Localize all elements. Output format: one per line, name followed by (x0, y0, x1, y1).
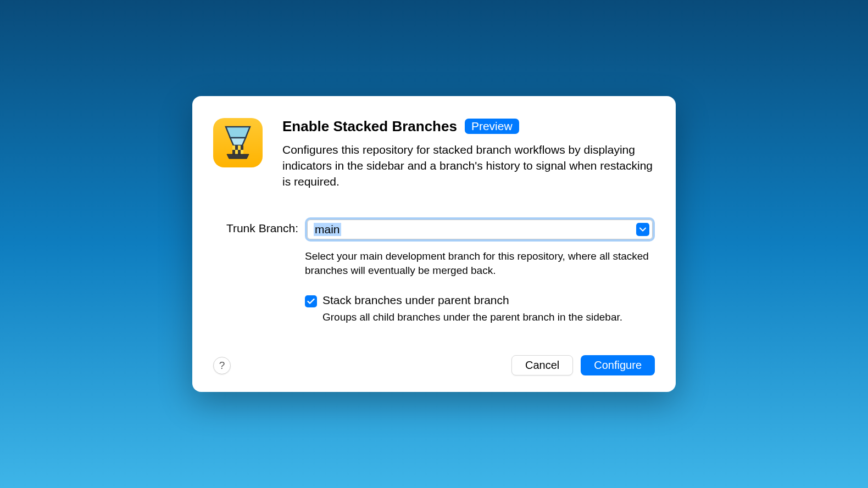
trunk-branch-value: main (314, 223, 341, 236)
dialog-title: Enable Stacked Branches (282, 118, 457, 135)
stack-under-parent-description: Groups all child branches under the pare… (322, 310, 655, 325)
stack-under-parent-row: Stack branches under parent branch Group… (305, 294, 655, 325)
trunk-branch-help-text: Select your main development branch for … (305, 249, 655, 278)
dialog-footer: ? Cancel Configure (213, 355, 655, 375)
trunk-branch-label: Trunk Branch: (213, 217, 298, 235)
preview-badge: Preview (465, 119, 519, 134)
svg-rect-1 (232, 145, 235, 150)
stack-under-parent-label[interactable]: Stack branches under parent branch (322, 294, 655, 307)
form-section: Trunk Branch: main Select your main deve… (213, 217, 655, 325)
app-icon (213, 118, 263, 167)
title-row: Enable Stacked Branches Preview (282, 118, 655, 135)
svg-rect-3 (235, 150, 238, 154)
svg-rect-2 (238, 145, 241, 150)
dialog-header-content: Enable Stacked Branches Preview Configur… (282, 118, 655, 190)
footer-buttons: Cancel Configure (511, 355, 655, 375)
enable-stacked-branches-dialog: Enable Stacked Branches Preview Configur… (192, 96, 676, 392)
stack-under-parent-checkbox[interactable] (305, 295, 317, 307)
help-button[interactable]: ? (213, 357, 231, 374)
cancel-button[interactable]: Cancel (511, 355, 573, 375)
svg-rect-8 (241, 145, 243, 150)
trunk-branch-row: Trunk Branch: main Select your main deve… (213, 217, 655, 325)
chevron-down-icon[interactable] (636, 223, 649, 236)
svg-rect-7 (235, 145, 238, 150)
svg-rect-5 (238, 150, 241, 154)
dialog-header: Enable Stacked Branches Preview Configur… (213, 118, 655, 190)
svg-rect-6 (241, 150, 243, 154)
svg-rect-4 (232, 150, 235, 154)
dialog-description: Configures this repository for stacked b… (282, 142, 655, 190)
configure-button[interactable]: Configure (581, 355, 655, 375)
trunk-branch-combobox[interactable]: main (305, 217, 655, 242)
